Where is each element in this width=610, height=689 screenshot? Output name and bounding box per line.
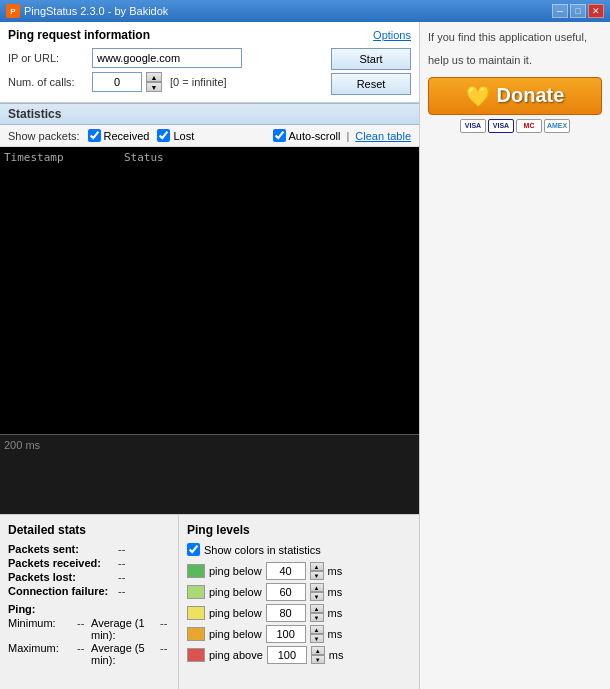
minimize-button[interactable]: ─ <box>552 4 568 18</box>
graph-area: 200 ms <box>0 434 419 514</box>
avg5min-label: Average (5 min): <box>91 642 156 666</box>
ip-row: IP or URL: <box>8 48 331 68</box>
received-checkbox[interactable] <box>88 129 101 142</box>
ping-info-header: Ping request information Options <box>8 28 411 42</box>
level-spin-up-2[interactable]: ▲ <box>310 604 324 613</box>
reset-button[interactable]: Reset <box>331 73 411 95</box>
level-spinner-3: ▲ ▼ <box>310 625 324 643</box>
packets-lost-label: Packets lost: <box>8 571 118 583</box>
ip-input[interactable] <box>92 48 242 68</box>
ping-sub-grid: Minimum: -- Average (1 min): -- Maximum:… <box>8 617 170 666</box>
level-value-0[interactable] <box>266 562 306 580</box>
level-color-3 <box>187 627 205 641</box>
avg1min-row: Average (1 min): -- <box>91 617 170 641</box>
app-icon: P <box>6 4 20 18</box>
minimum-label: Minimum: <box>8 617 73 641</box>
bottom-panels: Detailed stats Packets sent: -- Packets … <box>0 514 419 689</box>
ping-levels: Ping levels Show colors in statistics pi… <box>179 515 419 689</box>
window-content: Ping request information Options IP or U… <box>0 22 610 689</box>
spin-up-button[interactable]: ▲ <box>146 72 162 82</box>
level-color-4 <box>187 648 205 662</box>
level-spin-down-1[interactable]: ▼ <box>310 592 324 601</box>
window-title: PingStatus 2.3.0 - by Bakidok <box>24 5 168 17</box>
options-link[interactable]: Options <box>373 29 411 41</box>
level-spin-down-3[interactable]: ▼ <box>310 634 324 643</box>
lost-checkbox[interactable] <box>157 129 170 142</box>
show-colors-checkbox[interactable] <box>187 543 200 556</box>
maximum-row: Maximum: -- <box>8 642 87 666</box>
level-below-label-3: ping below <box>209 628 262 640</box>
avg5min-value: -- <box>160 642 167 666</box>
packets-sent-value: -- <box>118 543 125 555</box>
level-spin-down-4[interactable]: ▼ <box>311 655 325 664</box>
timestamp-header: Timestamp <box>4 151 124 164</box>
show-packets-label: Show packets: <box>8 130 80 142</box>
auto-scroll-group[interactable]: Auto-scroll <box>273 129 341 142</box>
level-spinner-0: ▲ ▼ <box>310 562 324 580</box>
level-ms-2: ms <box>328 607 343 619</box>
level-spinner-4: ▲ ▼ <box>311 646 325 664</box>
level-ms-4: ms <box>329 649 344 661</box>
maximize-button[interactable]: □ <box>570 4 586 18</box>
lost-label: Lost <box>173 130 194 142</box>
level-spin-up-0[interactable]: ▲ <box>310 562 324 571</box>
num-calls-spinner: ▲ ▼ <box>146 72 162 92</box>
num-calls-row: Num. of calls: ▲ ▼ [0 = infinite] <box>8 72 331 92</box>
action-buttons: Start Reset <box>331 48 411 95</box>
level-color-0 <box>187 564 205 578</box>
level-spin-down-2[interactable]: ▼ <box>310 613 324 622</box>
level-below-label-2: ping below <box>209 607 262 619</box>
level-spin-up-4[interactable]: ▲ <box>311 646 325 655</box>
level-row-4: ping above ▲ ▼ ms <box>187 646 411 664</box>
level-ms-3: ms <box>328 628 343 640</box>
close-button[interactable]: ✕ <box>588 4 604 18</box>
title-bar-left: P PingStatus 2.3.0 - by Bakidok <box>6 4 168 18</box>
mc-card: MC <box>516 119 542 133</box>
clean-table-link[interactable]: Clean table <box>355 130 411 142</box>
avg1min-label: Average (1 min): <box>91 617 156 641</box>
visa-card-2: VISA <box>488 119 514 133</box>
ping-form-area: IP or URL: Num. of calls: ▲ ▼ [0 = infin… <box>8 48 411 96</box>
packets-lost-value: -- <box>118 571 125 583</box>
level-value-2[interactable] <box>266 604 306 622</box>
spin-down-button[interactable]: ▼ <box>146 82 162 92</box>
level-spin-down-0[interactable]: ▼ <box>310 571 324 580</box>
num-calls-input[interactable] <box>92 72 142 92</box>
left-panel: Ping request information Options IP or U… <box>0 22 420 689</box>
level-above-label-4: ping above <box>209 649 263 661</box>
lost-checkbox-group[interactable]: Lost <box>157 129 194 142</box>
ping-info-title: Ping request information <box>8 28 150 42</box>
level-value-4[interactable] <box>267 646 307 664</box>
auto-scroll-checkbox[interactable] <box>273 129 286 142</box>
level-spin-up-1[interactable]: ▲ <box>310 583 324 592</box>
level-spin-up-3[interactable]: ▲ <box>310 625 324 634</box>
packets-received-value: -- <box>118 557 125 569</box>
show-colors-row: Show colors in statistics <box>187 543 411 556</box>
donate-button[interactable]: 💛 Donate <box>428 77 602 115</box>
level-color-2 <box>187 606 205 620</box>
packets-lost-row: Packets lost: -- <box>8 571 170 583</box>
donate-label: Donate <box>497 84 565 107</box>
connection-failure-value: -- <box>118 585 125 597</box>
title-bar: P PingStatus 2.3.0 - by Bakidok ─ □ ✕ <box>0 0 610 22</box>
level-value-1[interactable] <box>266 583 306 601</box>
show-packets-bar: Show packets: Received Lost Auto-scroll … <box>0 125 419 147</box>
level-color-1 <box>187 585 205 599</box>
start-button[interactable]: Start <box>331 48 411 70</box>
auto-scroll-label: Auto-scroll <box>289 130 341 142</box>
visa-card-1: VISA <box>460 119 486 133</box>
level-below-label-1: ping below <box>209 586 262 598</box>
connection-failure-label: Connection failure: <box>8 585 118 597</box>
ip-label: IP or URL: <box>8 52 88 64</box>
maximum-value: -- <box>77 642 84 666</box>
auto-scroll-area: Auto-scroll | Clean table <box>273 129 411 142</box>
graph-ms-label: 200 ms <box>4 439 40 451</box>
donate-icon: 💛 <box>466 84 491 108</box>
packets-received-label: Packets received: <box>8 557 118 569</box>
connection-failure-row: Connection failure: -- <box>8 585 170 597</box>
amex-card: AMEX <box>544 119 570 133</box>
level-below-label-0: ping below <box>209 565 262 577</box>
level-value-3[interactable] <box>266 625 306 643</box>
title-controls: ─ □ ✕ <box>552 4 604 18</box>
received-checkbox-group[interactable]: Received <box>88 129 150 142</box>
